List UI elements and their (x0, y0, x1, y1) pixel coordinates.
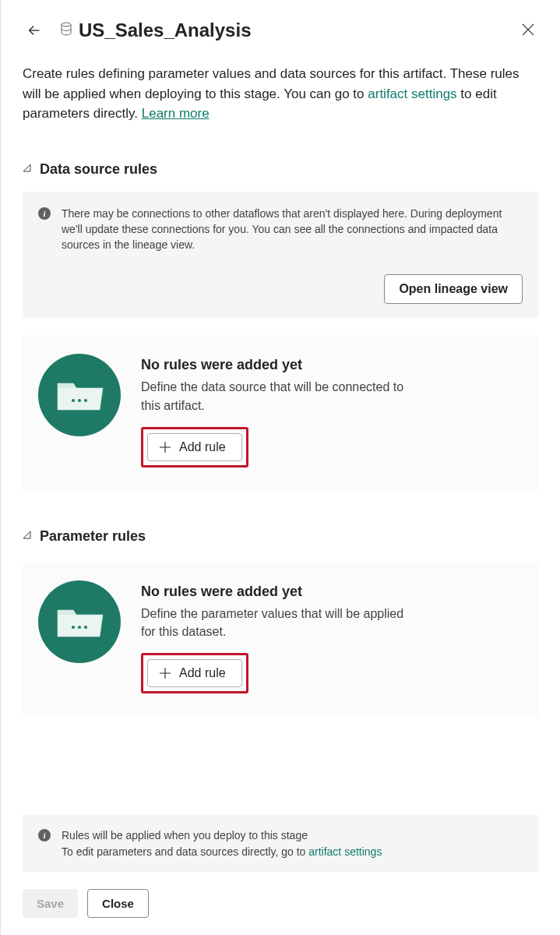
bottom-info-box: i Rules will be applied when you deploy … (23, 815, 538, 872)
add-data-source-rule-button[interactable]: Add rule (147, 433, 242, 461)
highlight-box: Add rule (141, 427, 248, 468)
artifact-settings-link[interactable]: artifact settings (368, 86, 456, 101)
back-arrow-icon (26, 22, 43, 39)
highlight-box: Add rule (141, 653, 248, 693)
parameter-section-header[interactable]: Parameter rules (23, 528, 538, 545)
data-source-section-header[interactable]: Data source rules (23, 161, 538, 178)
parameter-title: Parameter rules (40, 528, 146, 545)
plus-icon (159, 441, 171, 453)
svg-point-1 (72, 399, 75, 402)
bottom-info-line1: Rules will be applied when you deploy to… (62, 827, 523, 843)
folder-icon (38, 354, 121, 436)
artifact-settings-link-bottom[interactable]: artifact settings (308, 845, 382, 858)
svg-point-5 (78, 626, 81, 629)
data-source-info-box: i There may be connections to other data… (23, 192, 538, 319)
parameter-empty-desc: Define the parameter values that will be… (141, 605, 421, 640)
open-lineage-view-button[interactable]: Open lineage view (384, 274, 523, 304)
add-parameter-rule-button[interactable]: Add rule (147, 659, 242, 687)
open-lineage-label: Open lineage view (399, 282, 508, 296)
info-icon: i (38, 207, 51, 220)
svg-point-2 (78, 399, 81, 402)
close-icon (521, 23, 535, 37)
plus-icon (159, 667, 171, 679)
data-source-empty-desc: Define the data source that will be conn… (141, 378, 421, 414)
expand-icon (23, 162, 32, 176)
info-icon: i (38, 829, 51, 842)
back-button[interactable] (23, 19, 46, 42)
page-title: US_Sales_Analysis (79, 19, 251, 41)
bottom-info-line2: To edit parameters and data sources dire… (62, 845, 308, 858)
data-source-empty-card: No rules were added yet Define the data … (23, 335, 538, 490)
close-button[interactable] (518, 19, 538, 42)
svg-point-3 (84, 399, 87, 402)
description-text: Create rules defining parameter values a… (23, 64, 538, 124)
learn-more-link[interactable]: Learn more (142, 106, 210, 121)
svg-point-4 (72, 626, 75, 629)
svg-point-0 (62, 23, 71, 26)
svg-point-6 (84, 626, 87, 629)
folder-icon (38, 580, 121, 663)
parameter-empty-card: No rules were added yet Define the param… (23, 562, 538, 717)
expand-icon (23, 529, 32, 543)
parameter-empty-title: No rules were added yet (141, 584, 523, 600)
data-source-empty-title: No rules were added yet (141, 357, 523, 373)
data-source-title: Data source rules (40, 161, 157, 178)
add-rule-label: Add rule (179, 666, 226, 680)
add-rule-label: Add rule (179, 440, 226, 454)
database-icon (60, 22, 72, 39)
footer: Save Close (23, 889, 538, 935)
save-button[interactable]: Save (23, 889, 78, 918)
close-footer-button[interactable]: Close (87, 889, 149, 918)
panel-header: US_Sales_Analysis (23, 19, 538, 42)
data-source-info-text: There may be connections to other datafl… (62, 206, 523, 253)
